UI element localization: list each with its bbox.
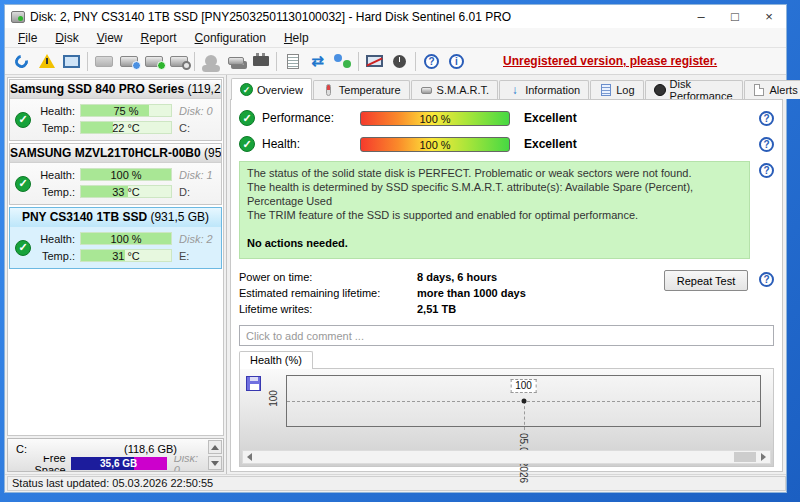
menubar: File Disk View Report Configuration Help (5, 28, 786, 48)
up-arrow-icon (211, 445, 219, 450)
chart-ytick: 100 (268, 386, 279, 412)
performance-help-icon[interactable]: ? (759, 111, 774, 126)
health-value: 100 % (361, 138, 509, 151)
toolbar-separator (415, 52, 416, 71)
disk-search-icon[interactable] (166, 50, 191, 72)
unregistered-link[interactable]: Unregistered version, please register. (503, 54, 717, 68)
disk-item-0[interactable]: Samsung SSD 840 PRO Series (119,2 GB) ✓ … (9, 79, 222, 141)
performance-bar: 100 % (360, 111, 510, 126)
scroll-right-button[interactable] (757, 451, 770, 463)
main-panel: ✓ Overview Temperature S.M.A.R.T. ↓ Info… (227, 75, 786, 474)
scroll-down-button[interactable] (208, 456, 222, 470)
free-space-label: Free Space (16, 456, 71, 471)
performance-status: Excellent (524, 111, 577, 125)
alerts-icon (754, 84, 764, 96)
repeat-test-help-icon[interactable]: ? (759, 272, 774, 287)
disk-sidebar: Samsung SSD 840 PRO Series (119,2 GB) ✓ … (5, 75, 227, 474)
app-icon (11, 11, 25, 23)
scrollbar-thumb[interactable] (734, 452, 756, 462)
drive-letter: D: (179, 186, 190, 198)
temp-bar: 31 °C (80, 249, 172, 262)
surface-test-icon[interactable] (59, 50, 84, 72)
temp-value: 31 °C (81, 250, 171, 261)
scroll-left-button[interactable] (243, 451, 256, 463)
tab-overview[interactable]: ✓ Overview (231, 78, 312, 100)
info-value: 8 days, 6 hours (417, 271, 497, 283)
hardware-icon[interactable] (248, 50, 273, 72)
repeat-test-button[interactable]: Repeat Test (664, 270, 748, 291)
chart-hscrollbar[interactable] (242, 450, 771, 464)
chart-tab-health[interactable]: Health (%) (239, 351, 313, 369)
remote-monitor-icon[interactable] (362, 50, 387, 72)
performance-icon (654, 84, 666, 96)
disk-item-2-selected[interactable]: PNY CS3140 1TB SSD (931,5 GB) ✓ Health: … (9, 207, 222, 269)
left-arrow-icon (247, 453, 252, 461)
performance-label: Performance: (262, 111, 360, 125)
toolbar: ⇄ ? i Unregistered version, please regis… (5, 48, 786, 75)
tab-disk-performance[interactable]: Disk Performance (645, 80, 743, 99)
menu-configuration[interactable]: Configuration (186, 29, 275, 47)
maximize-button[interactable]: □ (718, 5, 752, 28)
disk-disabled-icon (91, 50, 116, 72)
status-text-box: The status of the solid state disk is PE… (239, 161, 750, 259)
down-arrow-icon: ↓ (512, 83, 518, 97)
status-help-icon[interactable]: ? (759, 163, 774, 178)
health-label: Health: (36, 105, 80, 117)
menu-report[interactable]: Report (132, 29, 186, 47)
close-button[interactable]: × (752, 5, 786, 28)
tab-information[interactable]: ↓ Information (499, 80, 589, 99)
menu-disk[interactable]: Disk (46, 29, 87, 47)
health-bar: 100 % (360, 137, 510, 152)
health-row: ✓ Health: 100 % Excellent ? (239, 131, 774, 157)
menu-view[interactable]: View (88, 29, 132, 47)
problem-report-icon[interactable] (34, 50, 59, 72)
partition-size: (118,6 GB) (124, 443, 177, 455)
tab-temperature[interactable]: Temperature (313, 80, 410, 99)
info-label: Power on time: (239, 271, 417, 283)
help-icon[interactable]: ? (419, 50, 444, 72)
info-icon[interactable]: i (444, 50, 469, 72)
disk-list: Samsung SSD 840 PRO Series (119,2 GB) ✓ … (7, 77, 224, 436)
overview-content: ✓ Performance: 100 % Excellent ? ✓ Healt… (230, 99, 783, 472)
statusbar: Status last updated: 05.03.2026 22:50:55 (5, 474, 786, 492)
performance-value: 100 % (361, 112, 509, 125)
disk-ok-status-icon: ✓ (15, 112, 31, 128)
partition-panel[interactable]: C: (118,6 GB) Free Space 35,6 GB Disk: 0 (7, 438, 224, 472)
partition-letter: C: (16, 443, 27, 455)
minimize-button[interactable]: – (684, 5, 718, 28)
comment-input[interactable] (239, 325, 774, 346)
menu-file[interactable]: File (9, 29, 46, 47)
chart-body: 100 100 05.03.2026 (239, 368, 774, 467)
info-value: more than 1000 days (417, 287, 526, 299)
save-chart-icon[interactable] (246, 376, 261, 391)
refresh-icon[interactable] (9, 50, 34, 72)
disk-item-1[interactable]: SAMSUNG MZVL21T0HCLR-00B0 (953,9 GB) ✓ H… (9, 143, 222, 205)
network-icon[interactable] (330, 50, 355, 72)
disk-number: Disk: 0 (179, 105, 213, 117)
tab-log[interactable]: Log (590, 80, 643, 99)
chart-point-label: 100 (510, 379, 537, 393)
tab-smart[interactable]: S.M.A.R.T. (411, 80, 499, 99)
free-space-value: 35,6 GB (71, 457, 167, 470)
temp-bar: 22 °C (80, 121, 172, 134)
disk-name: PNY CS3140 1TB SSD (22, 210, 147, 224)
disk-copy-icon[interactable] (223, 50, 248, 72)
menu-help[interactable]: Help (275, 29, 318, 47)
gauge-icon[interactable] (387, 50, 412, 72)
log-icon (601, 84, 611, 96)
tab-alerts[interactable]: Alerts (744, 80, 800, 99)
smart-icon (421, 87, 432, 94)
drive-letter: E: (179, 250, 189, 262)
disk-ok-icon[interactable] (141, 50, 166, 72)
disk-schedule-icon[interactable] (116, 50, 141, 72)
temp-bar: 33 °C (80, 185, 172, 198)
scroll-up-button[interactable] (208, 440, 222, 454)
health-bar: 100 % (80, 168, 172, 181)
disk-name: Samsung SSD 840 PRO Series (10, 82, 184, 96)
health-help-icon[interactable]: ? (759, 137, 774, 152)
thermometer-icon (326, 84, 331, 96)
report-icon[interactable] (280, 50, 305, 72)
temp-label: Temp.: (36, 122, 80, 134)
sync-icon[interactable]: ⇄ (305, 50, 330, 72)
disk-number: Disk: 2 (179, 233, 213, 245)
